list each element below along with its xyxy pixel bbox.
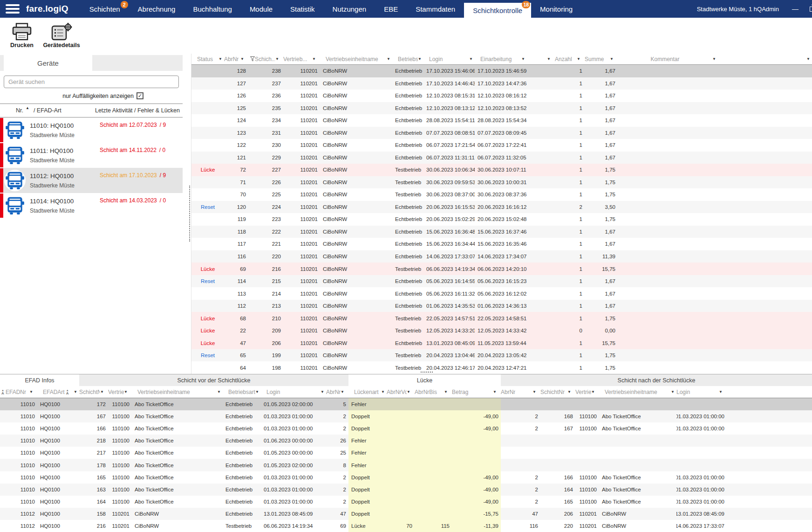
- table-row[interactable]: 121229110201CiBoNRWEchtbetrieb06.07.2023…: [191, 152, 812, 164]
- table-row[interactable]: Lücke22209110201CiBoNRWTestbetrieb12.05.…: [191, 325, 812, 337]
- table-row[interactable]: 11010HQ0100172110100Abo TicketOfficeEcht…: [0, 398, 812, 410]
- col-header-login[interactable]: Login▼: [261, 386, 326, 398]
- cell-betriebsart: Echtbetrieb: [392, 102, 423, 115]
- table-row[interactable]: 113214110201CiBoNRWEchtbetrieb05.06.2023…: [191, 287, 812, 300]
- tab-geraete[interactable]: Geräte: [4, 55, 92, 71]
- col-header-login[interactable]: Login▼: [676, 386, 727, 398]
- hamburger-menu-icon[interactable]: [6, 4, 20, 14]
- minimize-icon[interactable]: —: [792, 5, 798, 13]
- device-list-header[interactable]: Nr. ▲ / EFAD-Art Letzte Aktivität / Fehl…: [0, 104, 183, 117]
- device-list-item[interactable]: 11011: HQ0100Stadtwerke MüsteSchicht am …: [0, 143, 183, 168]
- nav-item-module[interactable]: Module: [241, 0, 281, 18]
- cell-abrnr: 8: [326, 459, 348, 471]
- col-header-abrnr[interactable]: AbrNr▼: [326, 386, 348, 398]
- nav-item-abrechnung[interactable]: Abrechnung: [129, 0, 184, 18]
- table-row[interactable]: 122230110201CiBoNRWEchtbetrieb06.07.2023…: [191, 139, 812, 152]
- table-row[interactable]: Reset120224110201CiBoNRWEchtbetrieb20.06…: [191, 201, 812, 214]
- drucken-button[interactable]: Drucken: [6, 23, 38, 48]
- col-header-vertriebseinheitname[interactable]: Vertriebseinheitname▼: [320, 54, 392, 64]
- table-row[interactable]: 112213110201CiBoNRWEchtbetrieb01.06.2023…: [191, 300, 812, 312]
- col-header-blank[interactable]: ▼: [718, 54, 812, 64]
- device-list-item[interactable]: 11010: HQ0100Stadtwerke MüsteSchicht am …: [0, 117, 183, 143]
- table-row[interactable]: Lücke69216110201CiBoNRWTestbetrieb06.06.…: [191, 263, 812, 275]
- table-row[interactable]: 11010HQ0100167110100Abo TicketOfficeEcht…: [0, 410, 812, 422]
- device-search-input[interactable]: [4, 76, 179, 88]
- col-header-efadart[interactable]: EFADArt▲A▼: [37, 386, 79, 398]
- nav-item-buchhaltung[interactable]: Buchhaltung: [184, 0, 240, 18]
- col-header-l-ckenart[interactable]: Lückenart▼: [348, 386, 387, 398]
- restore-icon[interactable]: [810, 7, 812, 12]
- device-list-item[interactable]: 11014: HQ0100Stadtwerke MüsteSchicht am …: [0, 193, 183, 218]
- table-row[interactable]: 11010HQ0100163110100Abo TicketOfficeEcht…: [0, 484, 812, 496]
- table-row[interactable]: 128238110201CiBoNRWEchtbetrieb17.10.2023…: [191, 65, 812, 77]
- nav-item-schichten[interactable]: Schichten2: [81, 0, 129, 18]
- table-row[interactable]: 71226110201CiBoNRWTestbetrieb30.06.2023 …: [191, 176, 812, 189]
- cell-vertriebsnr: 110201: [283, 176, 320, 189]
- col-header-abrnrvon[interactable]: AbrNrVon▼: [387, 386, 415, 398]
- table-row[interactable]: 127237110201CiBoNRWEchtbetrieb17.10.2023…: [191, 77, 812, 90]
- col-header-schichtnr[interactable]: SchichtNr▼: [79, 386, 108, 398]
- col-header-schichtnr[interactable]: SchichtNr▼: [540, 386, 575, 398]
- table-row[interactable]: Reset65199110201CiBoNRWTestbetrieb20.04.…: [191, 349, 812, 362]
- table-row[interactable]: 11010HQ0100218110100Abo TicketOfficeEcht…: [0, 435, 812, 447]
- col-header-vertriebseinheitname[interactable]: Vertriebseinheitname▼: [599, 386, 676, 398]
- col-header-schich[interactable]: Schich...▼: [248, 54, 283, 64]
- nav-item-schichtkontrolle[interactable]: Schichtkontrolle18: [464, 3, 531, 18]
- table-row[interactable]: 124234110201CiBoNRWEchtbetrieb28.08.2023…: [191, 114, 812, 127]
- nav-item-nutzungen[interactable]: Nutzungen: [324, 0, 375, 18]
- table-row[interactable]: 116220110201CiBoNRWEchtbetrieb14.06.2023…: [191, 250, 812, 263]
- table-row[interactable]: Lücke68210110201CiBoNRWTestbetrieb22.05.…: [191, 312, 812, 325]
- col-header-kommentar[interactable]: Kommentar▼: [618, 54, 718, 64]
- col-header-einarbeitung[interactable]: Einarbeitung▼: [475, 54, 527, 64]
- col-header-anzahl[interactable]: Anzahl▼: [555, 54, 585, 64]
- table-row[interactable]: 125235110201CiBoNRWEchtbetrieb12.10.2023…: [191, 102, 812, 115]
- table-row[interactable]: 11010HQ0100164110100Abo TicketOfficeEcht…: [0, 496, 812, 508]
- table-row[interactable]: Lücke47206110201CiBoNRWEchtbetrieb13.01.…: [191, 337, 812, 349]
- cell-schichtnr: 226: [248, 176, 283, 189]
- table-row[interactable]: 11012HQ0100216110201CiBoNRWTestbetrieb06…: [0, 520, 812, 532]
- cell-vertriebseinheitname-nach: [599, 447, 676, 459]
- table-row[interactable]: 11010HQ0100217110100Abo TicketOfficeEcht…: [0, 447, 812, 459]
- col-header-blank[interactable]: ▼: [527, 54, 555, 64]
- col-header-abrnr[interactable]: AbrNr▼: [501, 386, 540, 398]
- cell-schichtnr: 158: [79, 508, 108, 520]
- device-list-item[interactable]: 11012: HQ0100Stadtwerke MüsteSchicht am …: [0, 168, 183, 193]
- table-row[interactable]: Reset114215110201CiBoNRWEchtbetrieb05.06…: [191, 275, 812, 288]
- cell-login: 06.07.2023 17:21:54: [423, 139, 475, 152]
- col-header-login[interactable]: Login▼: [423, 54, 475, 64]
- table-row[interactable]: 126236110201CiBoNRWEchtbetrieb12.10.2023…: [191, 90, 812, 102]
- geraetedetails-button[interactable]: Gerätedetails: [40, 23, 83, 48]
- col-header-vertrieb[interactable]: Vertrieb...▼: [283, 54, 320, 64]
- table-row[interactable]: 11010HQ0100165110100Abo TicketOfficeEcht…: [0, 471, 812, 484]
- table-row[interactable]: 119223110201CiBoNRWEchtbetrieb20.06.2023…: [191, 213, 812, 226]
- col-header-status[interactable]: Status▼: [191, 54, 224, 64]
- anomalies-checkbox[interactable]: ✓: [136, 92, 143, 99]
- table-row[interactable]: 11010HQ0100178110100Abo TicketOfficeEcht…: [0, 459, 812, 471]
- table-row[interactable]: 123231110201CiBoNRWEchtbetrieb07.07.2023…: [191, 127, 812, 139]
- cell-summe: 1,67: [585, 90, 618, 102]
- vertical-splitter-handle[interactable]: [189, 186, 190, 242]
- cell-einarbeitung: 15.06.2023 16:35:46: [475, 238, 527, 250]
- col-header-vertriebseinheitname[interactable]: Vertriebseinheitname▼: [132, 386, 223, 398]
- table-row[interactable]: 11012HQ0100158110201CiBoNRWEchtbetrieb13…: [0, 508, 812, 520]
- col-header-betriebsart[interactable]: Betriebsart▼: [223, 386, 261, 398]
- col-header-efadnr[interactable]: ▲AEFADNr▼: [0, 386, 37, 398]
- nav-item-stammdaten[interactable]: Stammdaten: [407, 0, 464, 18]
- horizontal-splitter-handle[interactable]: [421, 372, 433, 373]
- col-header-vertriebse[interactable]: Vertriebse...▼: [575, 386, 599, 398]
- table-row[interactable]: 64198110201CiBoNRWTestbetrieb20.04.2023 …: [191, 361, 812, 374]
- table-row[interactable]: 118222110201CiBoNRWEchtbetrieb15.06.2023…: [191, 226, 812, 238]
- col-header-betriebs[interactable]: Betriebs...▼: [392, 54, 423, 64]
- table-row[interactable]: Lücke72227110201CiBoNRWTestbetrieb30.06.…: [191, 164, 812, 176]
- nav-item-monitoring[interactable]: Monitoring: [531, 0, 581, 18]
- nav-item-statistik[interactable]: Statistik: [281, 0, 324, 18]
- col-header-vertriebse[interactable]: Vertriebse...▼: [108, 386, 132, 398]
- col-header-abrnrbis[interactable]: AbrNrBis▼: [415, 386, 452, 398]
- table-row[interactable]: 117221110201CiBoNRWEchtbetrieb15.06.2023…: [191, 238, 812, 250]
- col-header-abrnr[interactable]: AbrNr▼: [224, 54, 248, 64]
- col-header-betrag[interactable]: Betrag▼: [452, 386, 501, 398]
- col-header-summe[interactable]: Summe▼: [585, 54, 618, 64]
- table-row[interactable]: 70225110201CiBoNRWTestbetrieb30.06.2023 …: [191, 188, 812, 201]
- table-row[interactable]: 11010HQ0100166110100Abo TicketOfficeEcht…: [0, 422, 812, 435]
- nav-item-ebe[interactable]: EBE: [375, 0, 407, 18]
